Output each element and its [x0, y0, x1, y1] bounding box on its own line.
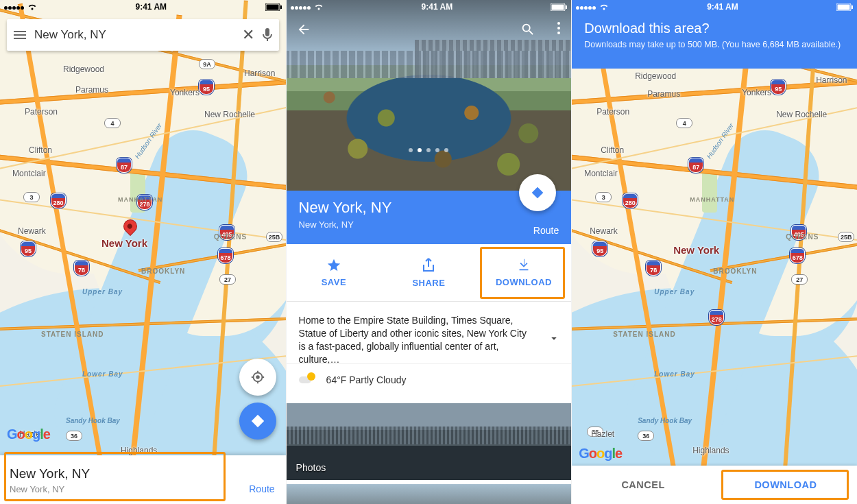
- my-location-button[interactable]: [239, 359, 276, 396]
- city-label: Highlands: [692, 446, 729, 455]
- download-button[interactable]: DOWNLOAD: [714, 466, 857, 504]
- svg-rect-10: [852, 5, 853, 9]
- city-label: Ridgewood: [635, 71, 676, 81]
- city-label: Yonkers: [742, 88, 771, 97]
- shield-i278: 278: [709, 310, 724, 325]
- back-button[interactable]: [296, 22, 311, 40]
- route-link[interactable]: Route: [249, 483, 274, 494]
- area-label: STATEN ISLAND: [41, 331, 104, 338]
- area-label: MANHATTAN: [690, 196, 734, 203]
- city-label: Ridgewood: [63, 64, 104, 74]
- shield-i95: 95: [592, 241, 607, 256]
- place-result-card[interactable]: New York, NY New York, NY Route: [0, 455, 286, 504]
- shield-i87: 87: [688, 158, 703, 173]
- city-label: Hazlet: [591, 429, 614, 439]
- shield-i78: 78: [646, 261, 661, 276]
- exit-marker: 27: [219, 274, 236, 285]
- directions-fab[interactable]: [519, 174, 556, 211]
- shield-i678: 678: [218, 248, 233, 263]
- clear-icon[interactable]: ✕: [242, 26, 254, 44]
- city-label: Highlands: [121, 446, 157, 455]
- battery-icon: [836, 3, 853, 11]
- pin-label: New York: [101, 237, 147, 249]
- photos-section[interactable]: Photos: [287, 403, 572, 480]
- exit-marker: 25B: [838, 232, 854, 242]
- status-bar: 9:41 AM: [572, 0, 857, 14]
- share-label: SHARE: [412, 278, 445, 288]
- area-label: QUEENS: [786, 233, 819, 241]
- place-title: New York, NY: [299, 199, 559, 217]
- star-icon: [326, 258, 341, 273]
- city-label: Clifton: [601, 145, 624, 155]
- download-icon: [516, 258, 531, 273]
- card-subtitle: New York, NY: [10, 484, 276, 494]
- svg-rect-7: [566, 5, 567, 9]
- status-bar: 9:41 AM: [0, 0, 286, 14]
- google-logo: Google: [7, 427, 50, 442]
- map-canvas[interactable]: 95 95 78 87 280 278 495 678 3 4 25B 27 3…: [572, 0, 857, 504]
- download-subtitle: Downloads may take up to 500 MB. (You ha…: [584, 39, 845, 50]
- shield-i95: 95: [199, 80, 214, 95]
- area-label: MANHATTAN: [118, 196, 162, 203]
- menu-icon[interactable]: [14, 31, 26, 39]
- microphone-icon[interactable]: [263, 28, 272, 42]
- signal-dots-icon: [4, 2, 25, 12]
- search-bar[interactable]: New York, NY ✕: [7, 19, 279, 51]
- cancel-button[interactable]: CANCEL: [572, 466, 714, 504]
- directions-fab[interactable]: [239, 403, 276, 440]
- download-label: DOWNLOAD: [496, 277, 552, 287]
- city-label: Montclair: [12, 169, 46, 178]
- battery-icon: [551, 3, 567, 11]
- save-button[interactable]: SAVE: [287, 244, 382, 301]
- search-input[interactable]: New York, NY: [34, 28, 234, 42]
- signal-dots-icon: [291, 2, 311, 12]
- svg-rect-9: [837, 4, 849, 10]
- wifi-icon: [27, 3, 37, 10]
- bay-label: Lower Bay: [654, 370, 695, 378]
- weather-icon: [299, 374, 314, 386]
- hook-label: Sandy Hook Bay: [66, 417, 120, 424]
- svg-rect-6: [552, 4, 564, 10]
- city-label: New Rochelle: [776, 110, 827, 119]
- share-button[interactable]: SHARE: [381, 244, 476, 301]
- download-button[interactable]: DOWNLOAD: [476, 244, 572, 301]
- share-icon: [422, 257, 435, 274]
- city-label: Yonkers: [170, 88, 200, 97]
- download-footer: CANCEL DOWNLOAD: [572, 466, 857, 504]
- screenshot-3-download-area: 9:41 AM 95 95 78 87 280 278 495 678 3 4 …: [571, 0, 857, 504]
- exit-marker: 3: [23, 192, 40, 202]
- status-time: 9:41 AM: [422, 2, 453, 12]
- shield-i78: 78: [74, 261, 89, 276]
- city-label: Paramus: [75, 85, 108, 95]
- area-label: BROOKLYN: [713, 267, 757, 275]
- place-subtitle: New York, NY: [299, 219, 559, 230]
- exit-marker: 4: [104, 118, 121, 128]
- city-label: Paterson: [25, 107, 58, 117]
- svg-rect-1: [266, 4, 278, 10]
- signal-dots-icon: [576, 2, 596, 12]
- exit-marker: 27: [791, 274, 808, 285]
- city-label: Newark: [18, 226, 46, 236]
- city-label: Paramus: [647, 89, 680, 99]
- shield-i95: 95: [771, 80, 786, 95]
- save-label: SAVE: [322, 277, 346, 287]
- exit-marker: 36: [66, 431, 82, 441]
- route-link[interactable]: Route: [533, 225, 559, 236]
- exit-marker: 3: [595, 192, 612, 202]
- bay-label: Upper Bay: [654, 288, 695, 296]
- search-icon[interactable]: [520, 22, 535, 40]
- photos-section-peek[interactable]: [287, 484, 572, 504]
- bay-label: Lower Bay: [82, 370, 123, 378]
- svg-point-3: [256, 375, 260, 379]
- bay-label: Upper Bay: [82, 288, 123, 296]
- weather-row[interactable]: 64°F Partly Cloudy: [287, 363, 572, 396]
- city-label: Montclair: [584, 169, 618, 178]
- shield-i280: 280: [51, 193, 66, 208]
- big-label: New York: [673, 244, 719, 256]
- city-label: Paterson: [596, 107, 629, 117]
- photos-label: Photos: [296, 462, 326, 473]
- exit-marker: 36: [638, 431, 654, 441]
- screenshot-1-map-search: 9:41 AM 95 95 78 87 280 278 495 678 3 4 …: [0, 0, 286, 504]
- more-icon[interactable]: [557, 22, 560, 34]
- city-label: Harrison: [244, 69, 275, 78]
